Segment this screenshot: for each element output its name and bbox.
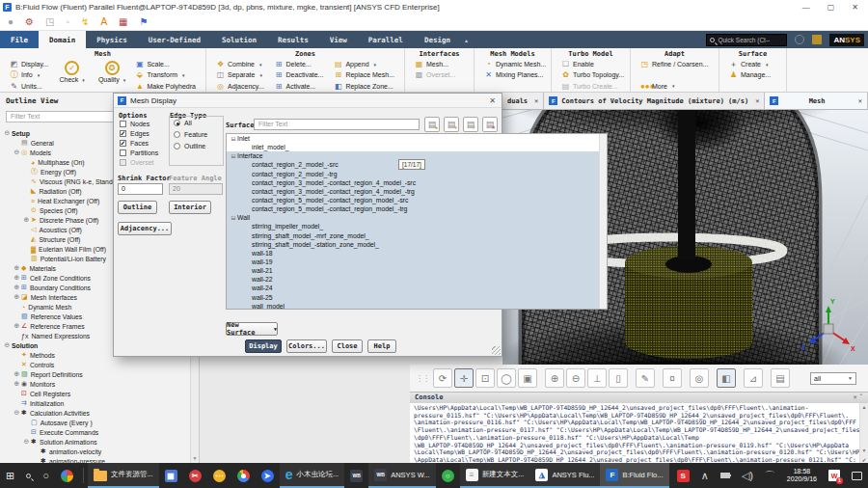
tree-item-animation-velocity[interactable]: ✱animation-velocity — [0, 447, 191, 456]
docs-icon[interactable] — [812, 35, 822, 44]
tree-item-animation-pressure[interactable]: ✱animation-pressure — [0, 456, 191, 463]
surface-item-wall-24[interactable]: wall-24 — [227, 284, 607, 292]
fit-icon[interactable]: ▣ — [518, 368, 537, 388]
ribbon-button-replace-zone[interactable]: ◧Replace Zone... — [332, 81, 396, 92]
probe-icon[interactable]: ◎ — [690, 368, 709, 388]
ansys-a-icon[interactable]: A — [100, 17, 107, 27]
taskbar-battery[interactable] — [715, 463, 736, 488]
ribbon-tab-solution[interactable]: Solution — [211, 31, 267, 48]
ribbon-button-refine-coarsen[interactable]: ◳Refine / Coarsen... — [638, 59, 710, 69]
ribbon-tab-design[interactable]: Design — [414, 31, 461, 48]
surface-item-contact-region-5-model-contact-region-model-trg[interactable]: contact_region_5_model_-contact_region_m… — [227, 204, 607, 213]
ribbon-button-mesh[interactable]: ▦Mesh... — [413, 59, 457, 69]
taskbar-cortana[interactable]: ○ — [37, 463, 55, 488]
toolbar-handle[interactable]: ⋮⋮ — [416, 374, 429, 383]
surface-item-wall-21[interactable]: wall-21 — [227, 266, 607, 275]
edge-type-radio-all[interactable]: All — [174, 120, 192, 126]
surface-filter-icon[interactable]: ▤▾ — [444, 117, 459, 132]
taskbar-workbench[interactable]: WB — [344, 463, 368, 488]
taskbar-calculator[interactable]: ▦ — [159, 463, 183, 488]
ribbon-button-more[interactable]: ●●●More▾ — [638, 81, 710, 92]
view-cube-icon[interactable]: ◧ — [717, 368, 736, 388]
ribbon-button-create[interactable]: ＋Create▾ — [727, 59, 773, 69]
surface-item-wall-model[interactable]: wall_model_ — [227, 302, 607, 310]
triad-icon[interactable]: ⊥ — [587, 368, 607, 388]
edge-type-radio-feature[interactable]: Feature — [174, 131, 207, 138]
surface-item-stirring-impeller-model[interactable]: stirring_impeller_model_ — [227, 222, 607, 230]
interior-button[interactable]: Interior — [169, 201, 211, 214]
surface-new-icon[interactable]: ▤● — [424, 117, 440, 132]
ribbon-button-activate[interactable]: ⊞Activate... — [273, 81, 326, 92]
zoom-box-icon[interactable]: ⊡ — [475, 368, 495, 388]
graphics-tab-duals[interactable]: duals✕ — [502, 93, 544, 109]
graphics-tab-mesh[interactable]: FMesh✕ — [765, 93, 868, 109]
dialog-resize-grip[interactable] — [492, 346, 501, 355]
surfaces-filter-input[interactable]: Filter Text — [254, 119, 420, 130]
surface-item-contact-region-5-model-contact-region-model-src[interactable]: contact_region_5_model_-contact_region_m… — [227, 196, 607, 204]
new-surface-button[interactable]: New Surface▼ — [226, 322, 278, 336]
surface-item-inlet[interactable]: ⊟Inlet — [227, 134, 607, 143]
surface-select-dropdown[interactable]: all▼ — [810, 372, 856, 385]
taskbar-edge-browser[interactable]: e小木虫论坛... — [280, 463, 345, 488]
maximize-button[interactable]: ▢ — [827, 3, 835, 12]
grid-icon[interactable]: ▦ — [119, 17, 127, 27]
ribbon-button-replace-mesh[interactable]: ⊞Replace Mesh... — [332, 69, 396, 80]
ribbon-button-check[interactable]: ✓Check ▾ — [54, 59, 91, 83]
ribbon-button-mixing-planes[interactable]: ✕Mixing Planes... — [482, 69, 548, 80]
tree-item-calculation-activities[interactable]: ⊖✱Calculation Activities — [0, 408, 191, 418]
option-checkbox-overset[interactable]: Overset — [120, 159, 154, 166]
chart-icon[interactable]: ⊿ — [744, 368, 763, 388]
surface-item-wall[interactable]: ⊟Wall — [227, 213, 607, 222]
console-output[interactable]: \Users\HP\AppData\Local\Temp\WB_LAPTOP-9… — [410, 403, 859, 463]
shrink-factor-input[interactable]: 0 — [118, 183, 163, 195]
help-icon[interactable]: ? — [795, 35, 804, 44]
surface-item-inlet-model[interactable]: inlet_model_ — [227, 143, 607, 151]
taskbar-file-explorer[interactable]: 文件资源管... — [88, 463, 159, 488]
tree-item-cell-registers[interactable]: ⊡Cell Registers — [0, 389, 191, 398]
surface-select-all-icon[interactable]: ▤✓ — [463, 117, 478, 132]
surface-item-contact-region-3-model-contact-region-4-model-trg[interactable]: contact_region_3_model_-contact_region_4… — [227, 187, 607, 196]
ribbon-button-transform[interactable]: ⬙Transform▾ — [133, 69, 198, 80]
surface-item-wall-19[interactable]: wall-19 — [227, 258, 607, 266]
zoom-out-icon[interactable]: ⊖ — [566, 368, 585, 388]
ribbon-button-turbo-create[interactable]: ▤Turbo Create... — [559, 81, 626, 92]
sphere-icon[interactable]: ● — [8, 17, 14, 27]
tree-item-controls[interactable]: ✕Controls — [0, 360, 191, 369]
new-page-icon[interactable]: ▯ — [609, 368, 628, 388]
graphics-tab-contours-of-velocity-magnitude-mixture-m-s[interactable]: FContours of Velocity Magnitude (mixture… — [544, 93, 765, 109]
ribbon-button-separate[interactable]: ◫Separate▾ — [214, 69, 266, 80]
tree-item-initialization[interactable]: ⇉Initialization — [0, 398, 191, 408]
taskbar-ansys-fluent-wb[interactable]: ◮ANSYS Flu... — [529, 463, 600, 488]
colors-button[interactable]: Colors... — [286, 339, 327, 353]
probe-icon[interactable]: ⚙ — [25, 17, 34, 27]
close-button[interactable]: ✕ — [852, 3, 858, 12]
taskbar-browser-360[interactable]: ○ — [436, 463, 460, 488]
dialog-close-icon[interactable]: ✕ — [489, 96, 496, 105]
ribbon-button-info[interactable]: ⓘInfo▾ — [8, 69, 50, 80]
console-header-icons[interactable]: ✕ˇ — [854, 393, 865, 401]
adjacency-button[interactable]: Adjacency... — [118, 222, 172, 235]
ribbon-button-overset[interactable]: ▩Overset... — [413, 69, 457, 80]
quick-search-input[interactable]: Quick Search (Ct-- — [706, 34, 787, 46]
ribbon-button-append[interactable]: ▤Append▾ — [332, 59, 396, 69]
display-button[interactable]: Display — [245, 339, 282, 353]
ribbon-button-turbo-topology[interactable]: ✿Turbo Topology... — [559, 69, 626, 80]
taskbar-wechat[interactable]: ⋯ — [207, 463, 231, 488]
measure-icon[interactable]: ✎ — [636, 368, 655, 388]
tree-item-monitors[interactable]: ⊕◉Monitors — [0, 379, 191, 389]
surface-item-wall-22[interactable]: wall-22 — [227, 275, 607, 284]
taskbar-sogou[interactable]: S — [671, 463, 695, 488]
ribbon-tab-results[interactable]: Results — [267, 31, 319, 48]
flag-icon[interactable]: ⚑ — [140, 17, 149, 27]
rotate-icon[interactable]: ⟳ — [433, 368, 452, 388]
close-dialog-button[interactable]: Close — [332, 339, 363, 353]
ribbon-button-dynamic-mesh[interactable]: ◔Dynamic Mesh... — [482, 59, 548, 69]
surface-item-wall-25[interactable]: wall-25 — [227, 293, 607, 302]
ribbon-button-deactivate[interactable]: ⊞Deactivate... — [273, 69, 326, 80]
pan-icon[interactable]: ✛ — [454, 368, 474, 388]
taskbar-pinwheel[interactable] — [55, 463, 79, 488]
ribbon-button-manage[interactable]: ♟Manage... — [727, 69, 773, 80]
taskbar-network[interactable]: ⌒ — [759, 463, 781, 488]
taskbar-chrome[interactable] — [231, 463, 256, 488]
surface-item-wall-18[interactable]: wall-18 — [227, 249, 607, 258]
